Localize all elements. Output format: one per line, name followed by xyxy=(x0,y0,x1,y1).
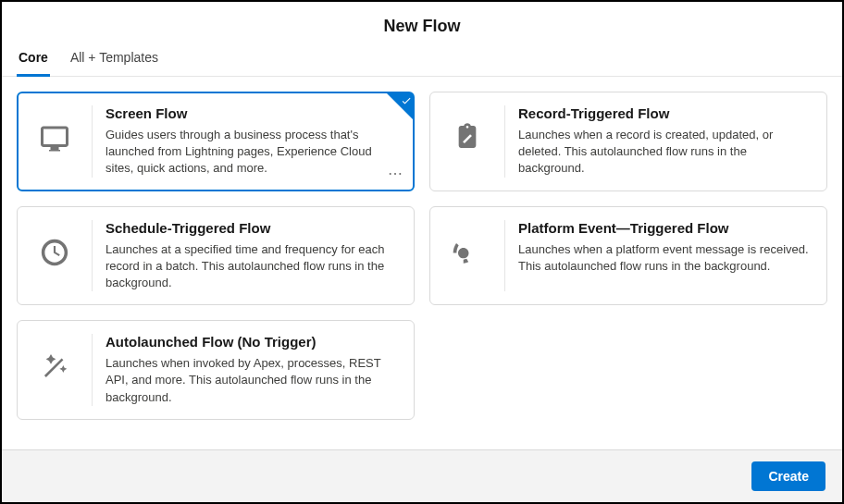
card-schedule-triggered-flow[interactable]: Schedule-Triggered Flow Launches at a sp… xyxy=(17,206,415,306)
create-button[interactable]: Create xyxy=(751,461,825,491)
card-title: Platform Event—Triggered Flow xyxy=(518,220,812,236)
card-autolaunched-flow[interactable]: Autolaunched Flow (No Trigger) Launches … xyxy=(17,320,415,420)
card-body: Record-Triggered Flow Launches when a re… xyxy=(504,105,812,178)
card-title: Schedule-Triggered Flow xyxy=(106,220,399,236)
selected-check-icon xyxy=(387,93,413,119)
card-desc: Launches when a platform event message i… xyxy=(518,241,812,275)
card-body: Platform Event—Triggered Flow Launches w… xyxy=(504,220,812,292)
card-title: Autolaunched Flow (No Trigger) xyxy=(106,334,399,350)
card-body: Schedule-Triggered Flow Launches at a sp… xyxy=(92,220,399,292)
dialog-header: New Flow xyxy=(2,2,842,49)
card-desc: Guides users through a business process … xyxy=(106,127,399,178)
card-body: Autolaunched Flow (No Trigger) Launches … xyxy=(92,334,399,406)
tab-core[interactable]: Core xyxy=(17,50,50,77)
card-record-triggered-flow[interactable]: Record-Triggered Flow Launches when a re… xyxy=(429,92,827,191)
flow-type-grid: Screen Flow Guides users through a busin… xyxy=(17,92,827,420)
card-desc: Launches at a specified time and frequen… xyxy=(106,241,399,292)
monitor-icon xyxy=(31,105,79,178)
card-desc: Launches when a record is created, updat… xyxy=(518,127,812,178)
card-title: Screen Flow xyxy=(106,105,399,121)
tab-bar: Core All + Templates xyxy=(2,49,842,77)
card-title: Record-Triggered Flow xyxy=(518,105,812,121)
tab-all-templates[interactable]: All + Templates xyxy=(68,50,160,77)
dialog-footer: Create xyxy=(2,449,842,502)
more-icon: ⋯ xyxy=(388,165,403,182)
card-body: Screen Flow Guides users through a busin… xyxy=(92,105,399,178)
clock-icon xyxy=(31,220,79,292)
broadcast-icon xyxy=(443,220,491,292)
dialog-title: New Flow xyxy=(2,17,842,36)
card-screen-flow[interactable]: Screen Flow Guides users through a busin… xyxy=(17,92,415,191)
content-area: Screen Flow Guides users through a busin… xyxy=(2,77,842,449)
card-platform-event-triggered-flow[interactable]: Platform Event—Triggered Flow Launches w… xyxy=(429,206,827,306)
clipboard-icon xyxy=(443,105,491,178)
wand-icon xyxy=(31,334,79,406)
card-desc: Launches when invoked by Apex, processes… xyxy=(106,355,399,406)
